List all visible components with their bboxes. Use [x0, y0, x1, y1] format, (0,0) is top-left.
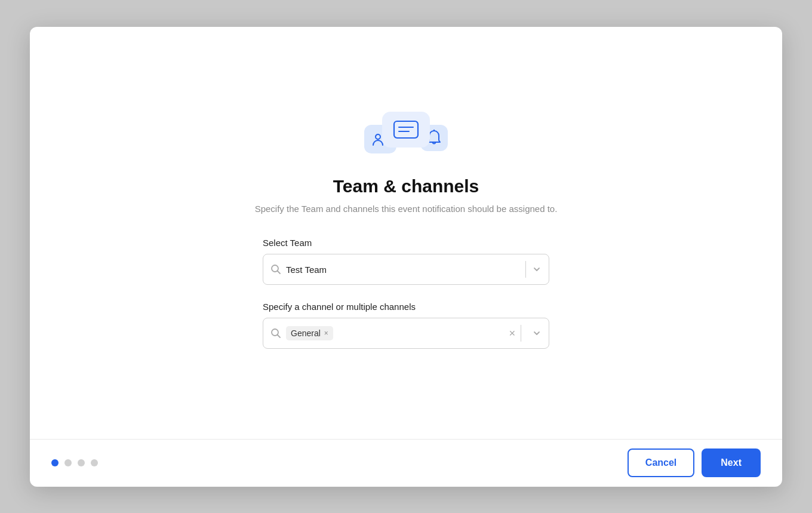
team-label: Select Team	[263, 238, 549, 248]
next-button[interactable]: Next	[702, 449, 761, 477]
team-form-group: Select Team Test Team	[263, 238, 549, 285]
channel-form-group: Specify a channel or multiple channels G…	[263, 302, 549, 349]
channel-tag[interactable]: General ×	[286, 326, 333, 340]
team-value: Test Team	[281, 265, 525, 275]
card-icon	[392, 119, 420, 140]
svg-point-0	[376, 134, 380, 139]
divider	[525, 261, 526, 278]
cancel-button[interactable]: Cancel	[628, 449, 694, 477]
chevron-down-icon-channel	[532, 328, 542, 338]
modal-window: Team & channels Specify the Team and cha…	[30, 27, 782, 487]
dot-2	[64, 459, 72, 466]
svg-rect-2	[394, 121, 418, 138]
svg-line-7	[278, 271, 281, 274]
dot-4	[91, 459, 98, 466]
footer: Cancel Next	[30, 439, 782, 487]
channel-tag-label: General	[291, 328, 321, 338]
dot-1	[51, 459, 59, 466]
channel-tag-close[interactable]: ×	[324, 330, 328, 337]
svg-line-9	[278, 335, 281, 338]
page-subtitle: Specify the Team and channels this event…	[255, 204, 558, 214]
team-select[interactable]: Test Team	[263, 254, 549, 285]
channel-select[interactable]: General × ✕	[263, 318, 549, 349]
dot-3	[78, 459, 85, 466]
main-content: Team & channels Specify the Team and cha…	[30, 27, 782, 439]
footer-actions: Cancel Next	[628, 449, 761, 477]
form: Select Team Test Team Specify a channel …	[263, 238, 549, 365]
clear-icon[interactable]: ✕	[509, 328, 516, 338]
page-title: Team & channels	[333, 176, 479, 196]
divider-channel	[521, 325, 521, 342]
pagination-dots	[51, 459, 98, 466]
search-icon	[270, 264, 281, 275]
chevron-down-icon	[532, 265, 542, 274]
channel-label: Specify a channel or multiple channels	[263, 302, 549, 312]
card-icon-bg	[382, 112, 430, 148]
hero-icon-cluster	[364, 100, 448, 159]
search-icon-channel	[270, 328, 281, 339]
